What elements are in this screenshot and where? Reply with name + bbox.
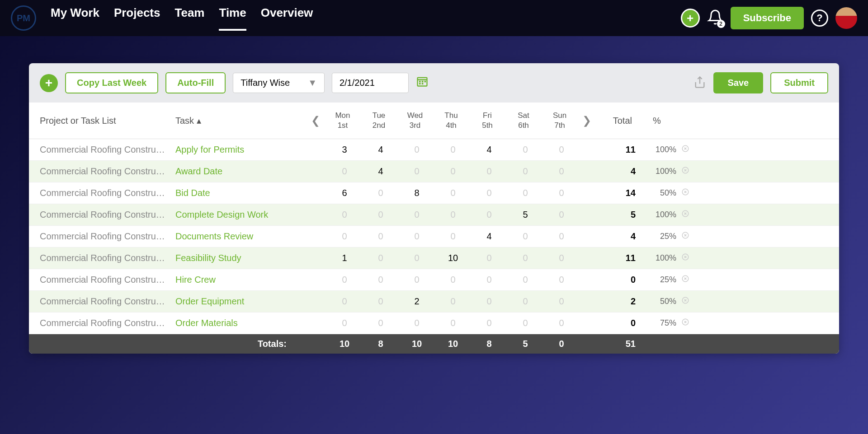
subscribe-button[interactable]: Subscribe (731, 7, 804, 29)
day-cell[interactable]: 0 (326, 166, 363, 177)
task-cell[interactable]: Feasibility Study (175, 253, 307, 263)
day-cell[interactable]: 0 (543, 188, 580, 198)
delete-row-button[interactable] (676, 253, 694, 263)
delete-row-button[interactable] (676, 318, 694, 328)
task-cell[interactable]: Complete Design Work (175, 210, 307, 220)
day-cell[interactable]: 0 (399, 166, 435, 177)
prev-week-button[interactable]: ❮ (307, 114, 325, 127)
day-cell[interactable]: 0 (543, 166, 580, 177)
day-cell[interactable]: 0 (507, 275, 543, 285)
day-cell[interactable]: 0 (363, 253, 399, 263)
day-cell[interactable]: 0 (543, 253, 580, 263)
day-cell[interactable]: 0 (471, 296, 507, 307)
delete-row-button[interactable] (676, 210, 694, 220)
day-cell[interactable]: 0 (399, 253, 435, 263)
day-cell[interactable]: 0 (543, 145, 580, 155)
day-cell[interactable]: 0 (435, 210, 471, 220)
day-cell[interactable]: 3 (326, 145, 363, 155)
day-cell[interactable]: 0 (399, 231, 435, 242)
day-cell[interactable]: 0 (363, 296, 399, 307)
help-button[interactable]: ? (811, 9, 828, 27)
day-cell[interactable]: 0 (543, 275, 580, 285)
day-cell[interactable]: 0 (363, 210, 399, 220)
day-cell[interactable]: 0 (399, 145, 435, 155)
user-dropdown[interactable]: Tiffany Wise ▼ (233, 73, 325, 93)
nav-item-time[interactable]: Time (219, 6, 246, 31)
day-cell[interactable]: 0 (363, 275, 399, 285)
day-cell[interactable]: 0 (543, 231, 580, 242)
date-input[interactable] (332, 73, 409, 93)
day-cell[interactable]: 0 (543, 296, 580, 307)
day-cell[interactable]: 0 (471, 210, 507, 220)
day-cell[interactable]: 0 (399, 275, 435, 285)
day-cell[interactable]: 10 (435, 253, 471, 263)
day-cell[interactable]: 2 (399, 296, 435, 307)
next-week-button[interactable]: ❯ (578, 114, 596, 127)
day-cell[interactable]: 0 (326, 318, 363, 328)
day-cell[interactable]: 4 (471, 231, 507, 242)
day-cell[interactable]: 0 (507, 145, 543, 155)
save-button[interactable]: Save (713, 72, 764, 93)
add-row-button[interactable]: + (40, 74, 58, 92)
day-cell[interactable]: 0 (507, 231, 543, 242)
project-cell[interactable]: Commercial Roofing Constru… (40, 145, 175, 155)
project-cell[interactable]: Commercial Roofing Constru… (40, 253, 175, 263)
header-task[interactable]: Task ▴ (175, 115, 307, 126)
delete-row-button[interactable] (676, 166, 694, 177)
day-cell[interactable]: 4 (471, 145, 507, 155)
avatar[interactable] (835, 7, 857, 29)
delete-row-button[interactable] (676, 145, 694, 155)
day-cell[interactable]: 0 (435, 166, 471, 177)
task-cell[interactable]: Documents Review (175, 231, 307, 242)
day-cell[interactable]: 0 (399, 318, 435, 328)
project-cell[interactable]: Commercial Roofing Constru… (40, 210, 175, 220)
export-button[interactable] (693, 76, 706, 90)
day-cell[interactable]: 0 (399, 210, 435, 220)
auto-fill-button[interactable]: Auto-Fill (165, 72, 226, 93)
add-button[interactable]: + (681, 9, 700, 28)
nav-item-overview[interactable]: Overview (261, 6, 313, 31)
task-cell[interactable]: Hire Crew (175, 275, 307, 285)
project-cell[interactable]: Commercial Roofing Constru… (40, 296, 175, 307)
day-cell[interactable]: 0 (363, 318, 399, 328)
day-cell[interactable]: 4 (363, 145, 399, 155)
day-cell[interactable]: 0 (435, 275, 471, 285)
day-cell[interactable]: 8 (399, 188, 435, 198)
day-cell[interactable]: 0 (471, 275, 507, 285)
project-cell[interactable]: Commercial Roofing Constru… (40, 318, 175, 328)
day-cell[interactable]: 0 (543, 318, 580, 328)
delete-row-button[interactable] (676, 231, 694, 242)
day-cell[interactable]: 6 (326, 188, 363, 198)
day-cell[interactable]: 0 (326, 296, 363, 307)
nav-item-projects[interactable]: Projects (114, 6, 160, 31)
day-cell[interactable]: 0 (363, 231, 399, 242)
task-cell[interactable]: Order Equipment (175, 296, 307, 307)
day-cell[interactable]: 4 (363, 166, 399, 177)
day-cell[interactable]: 0 (435, 231, 471, 242)
day-cell[interactable]: 0 (471, 318, 507, 328)
day-cell[interactable]: 5 (507, 210, 543, 220)
delete-row-button[interactable] (676, 275, 694, 285)
day-cell[interactable]: 0 (507, 318, 543, 328)
day-cell[interactable]: 0 (543, 210, 580, 220)
header-project[interactable]: Project or Task List (40, 116, 175, 126)
copy-last-week-button[interactable]: Copy Last Week (65, 72, 158, 93)
day-cell[interactable]: 0 (435, 188, 471, 198)
day-cell[interactable]: 0 (471, 253, 507, 263)
day-cell[interactable]: 0 (507, 188, 543, 198)
calendar-icon[interactable] (416, 75, 429, 91)
nav-item-my-work[interactable]: My Work (51, 6, 99, 31)
day-cell[interactable]: 0 (326, 231, 363, 242)
task-cell[interactable]: Apply for Permits (175, 145, 307, 155)
day-cell[interactable]: 0 (471, 188, 507, 198)
day-cell[interactable]: 0 (435, 318, 471, 328)
project-cell[interactable]: Commercial Roofing Constru… (40, 231, 175, 242)
day-cell[interactable]: 0 (507, 166, 543, 177)
day-cell[interactable]: 0 (507, 253, 543, 263)
day-cell[interactable]: 0 (507, 296, 543, 307)
task-cell[interactable]: Award Date (175, 166, 307, 177)
project-cell[interactable]: Commercial Roofing Constru… (40, 166, 175, 177)
submit-button[interactable]: Submit (770, 72, 828, 93)
day-cell[interactable]: 1 (326, 253, 363, 263)
project-cell[interactable]: Commercial Roofing Constru… (40, 188, 175, 198)
